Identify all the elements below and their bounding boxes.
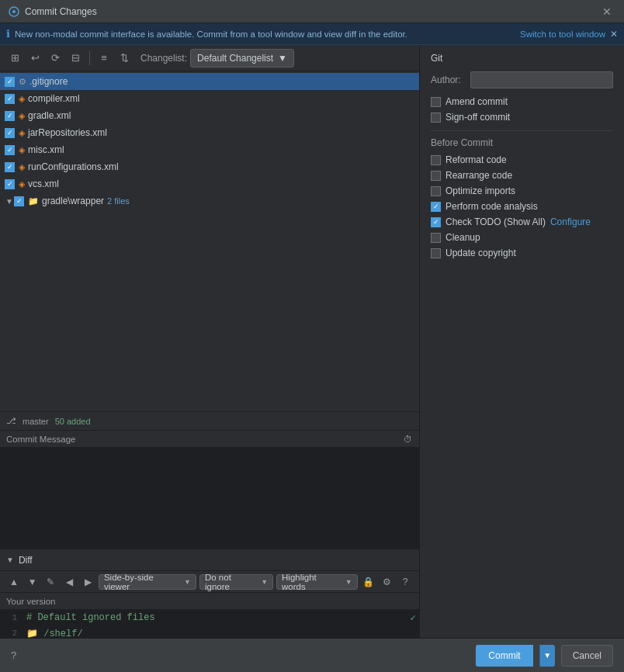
tree-item-jar-repositories[interactable]: ✓ ◈ jarRepositories.xml bbox=[0, 124, 419, 141]
undo-button[interactable]: ↩ bbox=[26, 50, 43, 67]
diff-next-button[interactable]: ▶ bbox=[80, 574, 95, 590]
optimize-imports-checkbox[interactable] bbox=[431, 186, 441, 196]
perform-analysis-label: Perform code analysis bbox=[445, 201, 538, 212]
perform-analysis-checkbox[interactable]: ✓ bbox=[431, 202, 441, 212]
cleanup-row[interactable]: Cleanup bbox=[431, 232, 613, 243]
optimize-imports-row[interactable]: Optimize imports bbox=[431, 185, 613, 196]
commit-dropdown-button[interactable]: ▼ bbox=[539, 645, 555, 667]
tree-checkbox-compiler[interactable]: ✓ bbox=[5, 94, 15, 104]
diff-line-num-1: 1 bbox=[0, 613, 23, 622]
expand-all-button[interactable]: ⊞ bbox=[6, 50, 23, 67]
left-panel: ⊞ ↩ ⟳ ⊟ ≡ ⇅ Changelist: Default Changeli… bbox=[0, 45, 420, 672]
amend-commit-checkbox[interactable] bbox=[431, 97, 441, 107]
diff-highlight-dropdown[interactable]: Highlight words ▼ bbox=[276, 574, 358, 590]
diff-viewer-dropdown[interactable]: Side-by-side viewer ▼ bbox=[99, 574, 196, 590]
bottom-actions: Commit ▼ Cancel bbox=[476, 645, 613, 667]
main-content: ⊞ ↩ ⟳ ⊟ ≡ ⇅ Changelist: Default Changeli… bbox=[0, 45, 624, 672]
commit-message-options-icon[interactable]: ⏱ bbox=[404, 435, 413, 444]
signoff-commit-checkbox[interactable] bbox=[431, 113, 441, 123]
tree-checkbox-vcs[interactable]: ✓ bbox=[5, 179, 15, 189]
configure-link[interactable]: Configure bbox=[550, 216, 591, 227]
tree-item-gradle-wrapper[interactable]: ▼ ✓ 📁 gradle\wrapper 2 files bbox=[0, 192, 419, 210]
rearrange-code-checkbox[interactable] bbox=[431, 171, 441, 181]
group-button[interactable]: ⊟ bbox=[67, 50, 84, 67]
tree-item-compiler[interactable]: ✓ ◈ compiler.xml bbox=[0, 90, 419, 107]
tree-item-gradle[interactable]: ✓ ◈ gradle.xml bbox=[0, 107, 419, 124]
tree-item-misc[interactable]: ✓ ◈ misc.xml bbox=[0, 141, 419, 158]
tree-checkbox-gradle[interactable]: ✓ bbox=[5, 111, 15, 121]
reformat-code-row[interactable]: Reformat code bbox=[431, 154, 613, 165]
info-bar: ℹ New non-modal commit interface is avai… bbox=[0, 23, 624, 45]
vcs-filename: vcs.xml bbox=[28, 178, 59, 189]
optimize-imports-label: Optimize imports bbox=[445, 185, 515, 196]
update-copyright-label: Update copyright bbox=[445, 248, 516, 258]
tree-item-run-configurations[interactable]: ✓ ◈ runConfigurations.xml bbox=[0, 158, 419, 175]
tree-checkbox-gradle-wrapper[interactable]: ✓ bbox=[14, 196, 24, 206]
tree-checkbox-run-configurations[interactable]: ✓ bbox=[5, 162, 15, 172]
diff-line-content-1: # Default ignored files bbox=[23, 612, 407, 623]
check-todo-checkbox[interactable]: ✓ bbox=[431, 217, 441, 227]
sort-button[interactable]: ≡ bbox=[95, 50, 113, 67]
tree-checkbox-misc[interactable]: ✓ bbox=[5, 145, 15, 155]
rearrange-code-row[interactable]: Rearrange code bbox=[431, 170, 613, 181]
update-copyright-checkbox[interactable] bbox=[431, 248, 441, 258]
changelist-dropdown[interactable]: Default Changelist ▼ bbox=[190, 49, 294, 68]
info-bar-close-button[interactable]: ✕ bbox=[610, 29, 618, 40]
commit-message-title: Commit Message bbox=[6, 435, 404, 444]
diff-header: ▼ Diff bbox=[0, 549, 419, 571]
svg-point-1 bbox=[12, 10, 16, 13]
diff-settings-button[interactable]: ⚙ bbox=[379, 574, 394, 590]
tree-item-gitignore[interactable]: ✓ ⚙ .gitignore bbox=[0, 73, 419, 90]
diff-ignore-dropdown[interactable]: Do not ignore ▼ bbox=[199, 574, 273, 590]
reformat-code-checkbox[interactable] bbox=[431, 155, 441, 165]
changelist-dropdown-arrow: ▼ bbox=[278, 53, 287, 64]
diff-highlight-label: Highlight words bbox=[282, 573, 342, 591]
diff-line-1: 1 # Default ignored files ✓ bbox=[0, 610, 419, 625]
amend-commit-row[interactable]: Amend commit bbox=[431, 96, 613, 107]
diff-version-label: Your version bbox=[6, 597, 56, 606]
window-title: Commit Changes bbox=[25, 6, 598, 17]
tree-collapse-arrow[interactable]: ▼ bbox=[5, 197, 14, 206]
commit-message-input[interactable] bbox=[0, 448, 419, 549]
app-icon bbox=[8, 5, 20, 18]
filter-button[interactable]: ⇅ bbox=[116, 50, 133, 67]
gradle-wrapper-count: 2 files bbox=[107, 196, 130, 206]
close-button[interactable]: ✕ bbox=[598, 4, 616, 19]
diff-edit-button[interactable]: ✎ bbox=[43, 574, 59, 590]
added-count: 50 added bbox=[55, 417, 91, 426]
changelist-value: Default Changelist bbox=[197, 53, 273, 64]
diff-collapse-arrow[interactable]: ▼ bbox=[6, 556, 14, 564]
diff-down-button[interactable]: ▼ bbox=[25, 574, 40, 590]
signoff-commit-row[interactable]: Sign-off commit bbox=[431, 112, 613, 123]
cleanup-checkbox[interactable] bbox=[431, 233, 441, 243]
cleanup-label: Cleanup bbox=[445, 232, 480, 243]
switch-tool-window-link[interactable]: Switch to tool window bbox=[520, 29, 605, 39]
files-toolbar: ⊞ ↩ ⟳ ⊟ ≡ ⇅ Changelist: Default Changeli… bbox=[0, 45, 419, 71]
commit-button[interactable]: Commit bbox=[476, 645, 532, 667]
changelist-label: Changelist: bbox=[140, 53, 187, 64]
bottom-bar: ? Commit ▼ Cancel bbox=[0, 638, 624, 672]
check-todo-row[interactable]: ✓ Check TODO (Show All) Configure bbox=[431, 216, 613, 227]
cancel-button[interactable]: Cancel bbox=[561, 645, 613, 667]
author-input[interactable] bbox=[470, 71, 613, 88]
diff-up-button[interactable]: ▲ bbox=[6, 574, 22, 590]
author-row: Author: bbox=[431, 71, 613, 88]
jar-repositories-filename: jarRepositories.xml bbox=[28, 127, 107, 138]
refresh-button[interactable]: ⟳ bbox=[47, 50, 64, 67]
tree-checkbox-gitignore[interactable]: ✓ bbox=[5, 77, 15, 87]
misc-filename: misc.xml bbox=[28, 144, 64, 155]
help-button[interactable]: ? bbox=[11, 649, 16, 661]
diff-lock-button[interactable]: 🔒 bbox=[361, 574, 376, 590]
perform-analysis-row[interactable]: ✓ Perform code analysis bbox=[431, 201, 613, 212]
tree-item-vcs[interactable]: ✓ ◈ vcs.xml bbox=[0, 175, 419, 192]
xml-icon-jar: ◈ bbox=[19, 128, 25, 138]
title-bar: Commit Changes ✕ bbox=[0, 0, 624, 23]
diff-prev-button[interactable]: ◀ bbox=[61, 574, 77, 590]
tree-checkbox-jar-repositories[interactable]: ✓ bbox=[5, 128, 15, 138]
amend-commit-label: Amend commit bbox=[445, 96, 508, 107]
update-copyright-row[interactable]: Update copyright bbox=[431, 248, 613, 258]
diff-viewer-label: Side-by-side viewer bbox=[104, 573, 181, 591]
diff-highlight-arrow: ▼ bbox=[345, 578, 352, 586]
right-panel: Git Author: Amend commit Sign-off commit… bbox=[420, 45, 624, 672]
diff-help-button[interactable]: ? bbox=[397, 574, 413, 590]
